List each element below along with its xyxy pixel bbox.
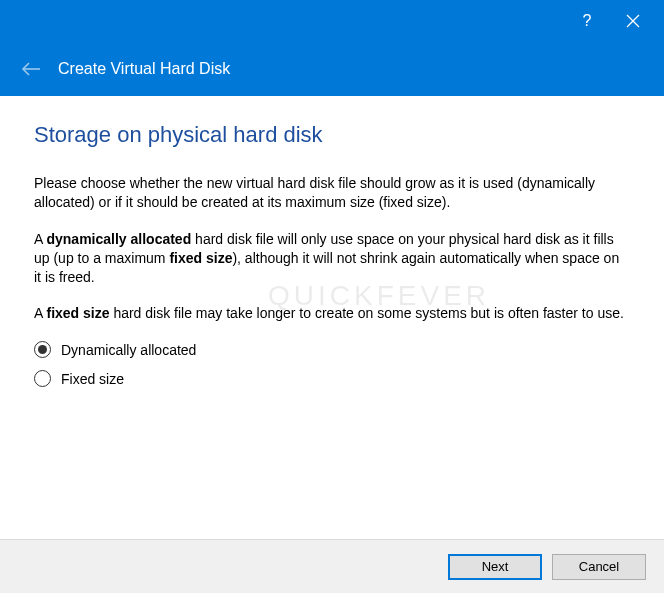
wizard-title: Create Virtual Hard Disk bbox=[58, 60, 230, 78]
radio-label: Fixed size bbox=[61, 371, 124, 387]
radio-icon bbox=[34, 370, 51, 387]
titlebar: ? bbox=[0, 0, 664, 42]
storage-type-radio-group: Dynamically allocated Fixed size bbox=[34, 341, 630, 387]
back-button[interactable] bbox=[18, 56, 44, 82]
wizard-header: Create Virtual Hard Disk bbox=[0, 42, 664, 96]
close-button[interactable] bbox=[610, 0, 656, 42]
fixed-paragraph: A fixed size hard disk file may take lon… bbox=[34, 304, 630, 323]
cancel-button[interactable]: Cancel bbox=[552, 554, 646, 580]
intro-paragraph: Please choose whether the new virtual ha… bbox=[34, 174, 630, 212]
close-icon bbox=[626, 14, 640, 28]
help-button[interactable]: ? bbox=[564, 0, 610, 42]
wizard-footer: Next Cancel bbox=[0, 539, 664, 593]
radio-dynamically-allocated[interactable]: Dynamically allocated bbox=[34, 341, 630, 358]
page-title: Storage on physical hard disk bbox=[34, 122, 630, 148]
radio-fixed-size[interactable]: Fixed size bbox=[34, 370, 630, 387]
radio-icon bbox=[34, 341, 51, 358]
dynamic-paragraph: A dynamically allocated hard disk file w… bbox=[34, 230, 630, 287]
back-arrow-icon bbox=[21, 62, 41, 76]
radio-label: Dynamically allocated bbox=[61, 342, 196, 358]
content-area: Storage on physical hard disk Please cho… bbox=[0, 96, 664, 409]
next-button[interactable]: Next bbox=[448, 554, 542, 580]
